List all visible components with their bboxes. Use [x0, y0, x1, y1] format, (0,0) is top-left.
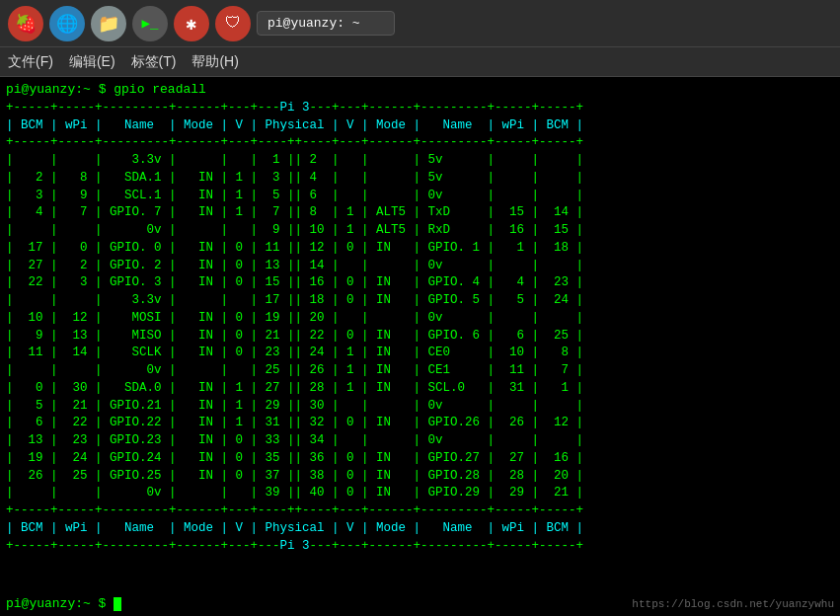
- sep-bot: +-----+-----+---------+------+---+----++…: [6, 502, 834, 520]
- raspberry-icon[interactable]: 🍓: [8, 6, 43, 41]
- menu-edit[interactable]: 编辑(E): [69, 53, 115, 71]
- row-9: | 10 | 12 | MOSI | IN | 0 | 19 || 20 | |…: [6, 310, 834, 328]
- row-17: | 19 | 24 | GPIO.24 | IN | 0 | 35 || 36 …: [6, 450, 834, 468]
- menu-tabs[interactable]: 标签(T): [131, 53, 177, 71]
- row-14: | 5 | 21 | GPIO.21 | IN | 1 | 29 || 30 |…: [6, 398, 834, 416]
- row-1: | 2 | 8 | SDA.1 | IN | 1 | 3 || 4 | | | …: [6, 170, 834, 188]
- command-text: gpio readall: [114, 82, 206, 97]
- bottom-prompt-text: pi@yuanzy:~ $: [6, 596, 114, 611]
- row-16: | 13 | 23 | GPIO.23 | IN | 0 | 33 || 34 …: [6, 432, 834, 450]
- row-2: | 3 | 9 | SCL.1 | IN | 1 | 5 || 6 | | | …: [6, 188, 834, 205]
- table-header-top: | BCM | wPi | Name | Mode | V | Physical…: [6, 117, 834, 135]
- terminal[interactable]: pi@yuanzy:~ $ gpio readall +-----+-----+…: [0, 77, 840, 616]
- titlebar: 🍓 🌐 📁 ▶_ ✱ 🛡 pi@yuanzy: ~: [0, 0, 840, 47]
- row-15: | 6 | 22 | GPIO.22 | IN | 1 | 31 || 32 |…: [6, 415, 834, 432]
- row-18: | 26 | 25 | GPIO.25 | IN | 0 | 37 || 38 …: [6, 468, 834, 486]
- command-line: pi@yuanzy:~ $ gpio readall: [6, 81, 834, 100]
- bottom-url: https://blog.csdn.net/yuanzywhu: [632, 597, 834, 613]
- row-0: | | | 3.3v | | | 1 || 2 | | | 5v | | |: [6, 152, 834, 170]
- shield-icon[interactable]: 🛡: [215, 6, 251, 41]
- bottom-bar: pi@yuanzy:~ $ https://blog.csdn.net/yuan…: [0, 593, 840, 616]
- row-13: | 0 | 30 | SDA.0 | IN | 1 | 27 || 28 | 1…: [6, 380, 834, 398]
- row-7: | 22 | 3 | GPIO. 3 | IN | 0 | 15 || 16 |…: [6, 274, 834, 292]
- table-header-bot: | BCM | wPi | Name | Mode | V | Physical…: [6, 520, 834, 538]
- row-10: | 9 | 13 | MISO | IN | 0 | 21 || 22 | 0 …: [6, 328, 834, 346]
- row-19: | | | 0v | | | 39 || 40 | 0 | IN | GPIO.…: [6, 485, 834, 502]
- row-3: | 4 | 7 | GPIO. 7 | IN | 1 | 7 || 8 | 1 …: [6, 204, 834, 222]
- address-bar[interactable]: pi@yuanzy: ~: [257, 11, 395, 36]
- sep-final: +-----+-----+---------+------+---+---Pi …: [6, 538, 834, 556]
- row-8: | | | 3.3v | | | 17 || 18 | 0 | IN | GPI…: [6, 292, 834, 310]
- row-11: | 11 | 14 | SCLK | IN | 0 | 23 || 24 | 1…: [6, 345, 834, 362]
- bottom-prompt: pi@yuanzy:~ $: [6, 595, 121, 614]
- folder-icon[interactable]: 📁: [91, 6, 126, 41]
- menu-help[interactable]: 帮助(H): [191, 53, 238, 71]
- sep-top: +-----+-----+---------+------+---+---Pi …: [6, 100, 834, 117]
- row-6: | 27 | 2 | GPIO. 2 | IN | 0 | 13 || 14 |…: [6, 258, 834, 275]
- row-5: | 17 | 0 | GPIO. 0 | IN | 0 | 11 || 12 |…: [6, 240, 834, 258]
- star-icon[interactable]: ✱: [174, 6, 209, 41]
- row-4: | | | 0v | | | 9 || 10 | 1 | ALT5 | RxD …: [6, 222, 834, 240]
- menu-file[interactable]: 文件(F): [8, 53, 53, 71]
- sep-mid: +-----+-----+---------+------+---+----++…: [6, 134, 834, 152]
- menubar: 文件(F) 编辑(E) 标签(T) 帮助(H): [0, 47, 840, 77]
- row-12: | | | 0v | | | 25 || 26 | 1 | IN | CE1 |…: [6, 362, 834, 380]
- terminal-icon[interactable]: ▶_: [132, 6, 168, 41]
- cursor: [114, 597, 121, 611]
- globe-icon[interactable]: 🌐: [49, 6, 85, 41]
- prompt-user: pi@yuanzy:~: [6, 82, 91, 97]
- prompt-dollar: $: [99, 82, 115, 97]
